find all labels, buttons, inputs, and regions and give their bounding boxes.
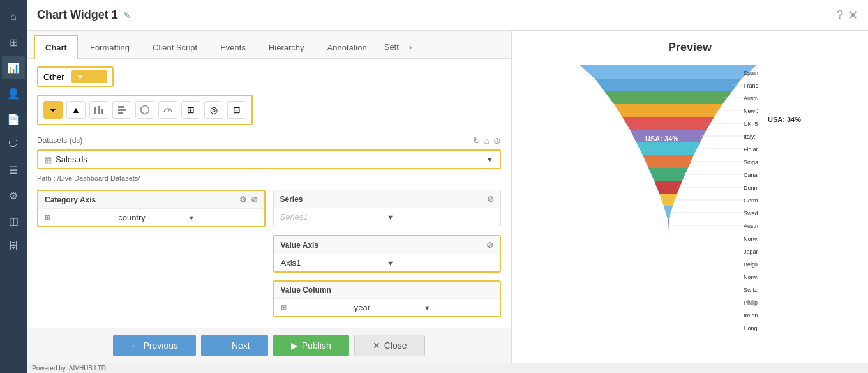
help-icon[interactable]: ?: [837, 8, 843, 22]
dataset-name: Sales.ds: [56, 155, 486, 164]
sidebar-icon-settings[interactable]: ⚙: [2, 184, 25, 207]
next-button[interactable]: → Next: [201, 335, 268, 356]
value-axis-icon[interactable]: ⊘: [486, 240, 493, 250]
svg-marker-16: [648, 168, 688, 181]
publish-icon: ▶: [291, 340, 298, 351]
dataset-actions: ↻ ⌂ ⊕: [473, 135, 501, 146]
tab-chevron[interactable]: ›: [404, 36, 417, 58]
value-axis-section: Value Axis ⊘ Axis1 ▼: [273, 235, 502, 273]
close-icon[interactable]: ✕: [848, 8, 858, 22]
close-label: Close: [384, 340, 407, 351]
svg-text:Belgium: 1%: Belgium: 1%: [744, 261, 758, 268]
category-axis-config-icon[interactable]: ⚙: [239, 195, 247, 204]
chart-type-arrow[interactable]: ▼: [71, 70, 107, 83]
tab-events[interactable]: Events: [209, 36, 257, 59]
category-axis-arrow[interactable]: ▼: [188, 214, 257, 222]
tab-hierarchy[interactable]: Hierarchy: [258, 36, 315, 59]
svg-rect-0: [94, 107, 96, 114]
value-axis-value: Axis1: [281, 258, 387, 268]
svg-text:Hong Kong: 1%: Hong Kong: 1%: [744, 325, 758, 331]
value-axis-row: Value Axis ⊘ Axis1 ▼: [37, 235, 501, 273]
chart-icon-bar-h[interactable]: [112, 101, 131, 119]
chart-icon-funnel[interactable]: ⏷: [43, 101, 63, 119]
chart-icon-triangle[interactable]: ▲: [66, 101, 86, 119]
svg-rect-2: [101, 109, 103, 114]
funnel-svg: Spain: 11% France: 10% Australia: 6% New…: [579, 65, 758, 363]
value-col-value: year: [354, 303, 424, 312]
chart-icon-gauge[interactable]: [158, 101, 177, 119]
value-axis-label: Value Axis: [281, 241, 319, 250]
tab-more[interactable]: Sett: [379, 36, 404, 58]
publish-label: Publish: [302, 340, 331, 351]
publish-button[interactable]: ▶ Publish: [273, 335, 349, 356]
svg-text:Australia: 6%: Australia: 6%: [744, 95, 758, 102]
main-content: Chart Widget 1 ✎ ? ✕ Chart Formatting Cl…: [27, 0, 868, 373]
value-axis-header: Value Axis ⊘: [274, 236, 500, 254]
spacer-left: [37, 235, 266, 273]
home-icon[interactable]: ⌂: [484, 135, 490, 146]
title-bar-actions: ? ✕: [837, 8, 858, 22]
sidebar-icon-file[interactable]: 📄: [2, 107, 25, 130]
value-col-label: Value Column: [281, 285, 331, 294]
value-col-row: Value Column ⊞ year ▼: [37, 280, 501, 317]
series-select[interactable]: Series1 ▼: [274, 208, 501, 225]
dataset-arrow[interactable]: ▼: [486, 156, 493, 164]
value-axis-select[interactable]: Axis1 ▼: [274, 254, 500, 271]
sidebar-icon-chart[interactable]: 📊: [2, 56, 25, 79]
chart-icons-row: ⏷ ▲ ⊞ ◎ ⊟: [37, 95, 253, 125]
svg-marker-8: [579, 65, 758, 79]
value-col-header: Value Column: [274, 282, 500, 299]
refresh-icon[interactable]: ↻: [473, 135, 481, 146]
close-button[interactable]: ✕ Close: [354, 335, 426, 356]
tab-client-script[interactable]: Client Script: [142, 36, 208, 59]
svg-marker-10: [604, 91, 732, 104]
axis-grid: Category Axis ⚙ ⊘ ⊞ country ▼: [37, 190, 501, 227]
value-axis-icons: ⊘: [486, 240, 493, 250]
sidebar-icon-grid[interactable]: ⊞: [2, 31, 25, 54]
svg-text:Italy: 4%: Italy: 4%: [744, 133, 758, 140]
category-axis-select[interactable]: ⊞ country ▼: [38, 209, 264, 226]
value-axis-arrow[interactable]: ▼: [387, 259, 493, 267]
sidebar-icon-users[interactable]: 👤: [2, 82, 25, 105]
category-axis-value: country: [118, 213, 188, 222]
svg-text:USA: 34%: USA: 34%: [645, 135, 678, 142]
dataset-row[interactable]: ▦ Sales.ds ▼: [37, 149, 501, 169]
dataset-table-icon: ▦: [45, 155, 52, 164]
sidebar-icon-layers[interactable]: ◫: [2, 209, 25, 232]
sidebar-icon-db[interactable]: 🗄: [2, 235, 25, 258]
preview-panel: Preview: [512, 31, 868, 363]
datasets-label-text: Datasets (ds): [37, 136, 82, 145]
tab-formatting[interactable]: Formatting: [79, 36, 140, 59]
svg-text:Austria: 2%: Austria: 2%: [744, 223, 758, 229]
chart-icon-hexagon[interactable]: [135, 101, 154, 119]
tab-chart[interactable]: Chart: [34, 35, 78, 59]
title-bar: Chart Widget 1 ✎ ? ✕: [27, 0, 868, 31]
series-arrow[interactable]: ▼: [387, 213, 494, 221]
chart-icon-bar[interactable]: [89, 101, 108, 119]
svg-rect-1: [98, 106, 100, 114]
usa-label: USA: 34%: [768, 116, 801, 123]
category-axis-filter-icon[interactable]: ⊘: [251, 195, 258, 204]
sidebar-icon-shield[interactable]: 🛡: [2, 133, 25, 156]
svg-text:Denmark: 2%: Denmark: 2%: [744, 185, 758, 191]
series-label: Series: [280, 195, 303, 204]
sidebar-icon-list[interactable]: ☰: [2, 158, 25, 181]
category-col-icon: ⊞: [45, 213, 114, 222]
close-x-icon: ✕: [373, 340, 380, 351]
value-col-arrow[interactable]: ▼: [424, 304, 493, 312]
add-icon[interactable]: ⊕: [493, 135, 501, 146]
series-icon[interactable]: ⊘: [487, 194, 494, 204]
value-col-select[interactable]: ⊞ year ▼: [274, 299, 500, 316]
svg-marker-6: [141, 105, 149, 114]
chart-type-dropdown[interactable]: Other ▼: [37, 66, 114, 87]
svg-text:Spain: 11%: Spain: 11%: [744, 70, 758, 76]
chart-icon-treemap[interactable]: ⊟: [227, 101, 246, 119]
next-arrow-icon: →: [219, 340, 228, 351]
edit-icon[interactable]: ✎: [123, 10, 131, 20]
chart-icon-grid[interactable]: ⊞: [181, 101, 200, 119]
tab-annotation[interactable]: Annotation: [317, 36, 378, 59]
chart-icon-dial[interactable]: ◎: [204, 101, 223, 119]
sidebar-icon-home[interactable]: ⌂: [2, 5, 25, 28]
previous-button[interactable]: ← Previous: [113, 335, 196, 356]
svg-rect-3: [118, 106, 124, 108]
